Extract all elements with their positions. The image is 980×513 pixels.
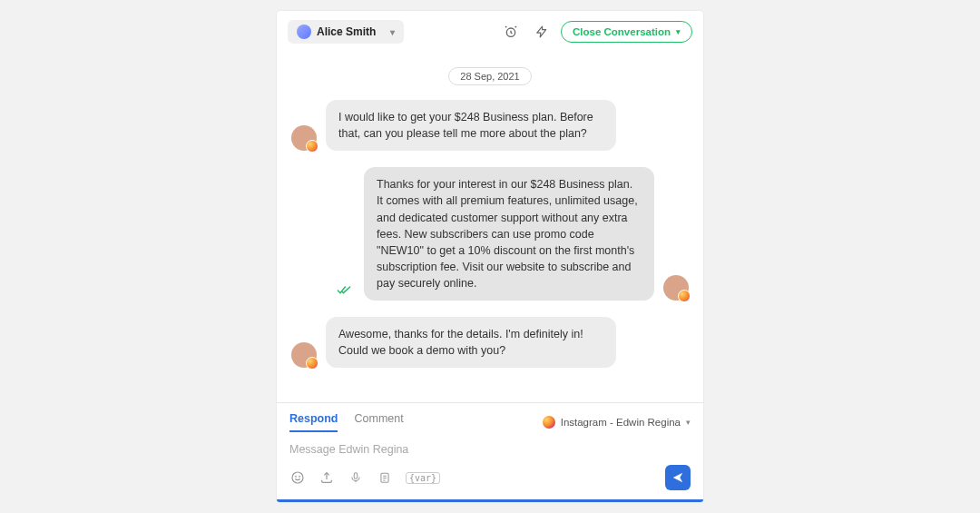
message-row: Awesome, thanks for the details. I'm def… [291,317,689,368]
svg-point-2 [296,477,297,478]
chevron-down-icon: ▾ [390,27,395,37]
tab-comment[interactable]: Comment [354,412,403,432]
send-button[interactable] [665,465,691,490]
composer-toolbar: {var} [289,465,691,499]
date-separator: 28 Sep, 2021 [448,67,531,85]
upload-icon [319,470,334,485]
microphone-icon [349,470,362,485]
contact-avatar [291,342,317,368]
composer-tabs: Respond Comment [289,412,404,432]
chat-window: Alice Smith ▾ Close Conversation ▾ 28 Se… [277,11,703,502]
alarm-clock-icon [504,25,518,39]
channel-selector[interactable]: Instagram - Edwin Regina ▾ [543,416,691,429]
lightning-icon [535,25,548,38]
instagram-icon [543,416,555,429]
chevron-down-icon: ▾ [686,418,691,427]
svg-rect-4 [354,473,358,478]
close-conversation-button[interactable]: Close Conversation ▾ [561,21,692,43]
channel-label: Instagram - Edwin Regina [561,417,681,428]
read-receipt-icon [337,284,351,299]
agent-avatar [663,275,689,301]
tab-respond[interactable]: Respond [289,412,338,432]
snooze-button[interactable] [499,20,523,44]
message-row: I would like to get your $248 Business p… [291,100,689,151]
variables-button[interactable]: {var} [406,472,440,484]
assignee-name: Alice Smith [317,25,376,38]
message-bubble: Thanks for your interest in our $248 Bus… [364,167,654,301]
emoji-button[interactable] [289,469,306,486]
smile-icon [290,470,305,485]
svg-point-1 [292,472,303,483]
quick-actions-button[interactable] [530,20,554,44]
message-bubble: Awesome, thanks for the details. I'm def… [326,317,616,368]
assignee-avatar-icon [297,25,311,39]
composer-accent-bar [277,499,703,502]
message-bubble: I would like to get your $248 Business p… [326,100,616,151]
send-icon [671,471,684,484]
contact-avatar [291,125,317,151]
voice-button[interactable] [348,469,364,486]
clipboard-icon [378,470,391,485]
message-input[interactable] [289,432,691,465]
conversation-header: Alice Smith ▾ Close Conversation ▾ [277,11,703,53]
notes-button[interactable] [377,469,393,486]
message-row: Thanks for your interest in our $248 Bus… [291,167,689,301]
message-composer: Respond Comment Instagram - Edwin Regina… [277,402,703,499]
chevron-down-icon: ▾ [676,27,681,36]
assignee-selector[interactable]: Alice Smith ▾ [288,20,404,44]
message-list: 28 Sep, 2021 I would like to get your $2… [277,53,703,402]
attach-button[interactable] [318,469,335,486]
close-conversation-label: Close Conversation [573,26,671,37]
svg-point-3 [299,477,300,478]
